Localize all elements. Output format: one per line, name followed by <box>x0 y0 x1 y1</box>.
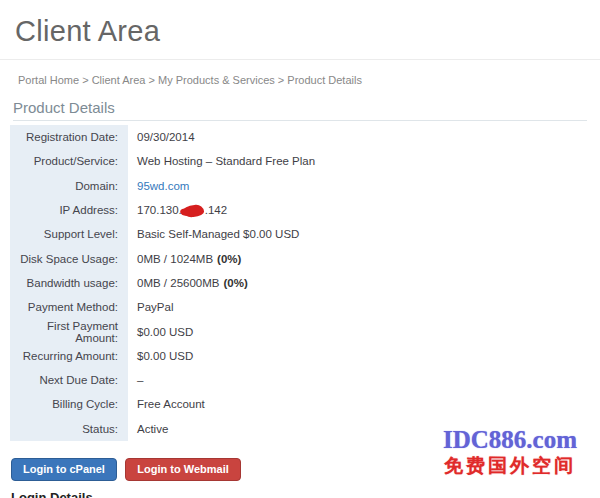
detail-label: Next Due Date: <box>10 368 128 392</box>
billing-cycle-value: Free Account <box>137 398 205 410</box>
detail-value: $0.00 USD <box>128 350 588 362</box>
login-to-webmail-button[interactable]: Login to Webmail <box>125 458 240 481</box>
support-level-value: Basic Self-Managed $0.00 USD <box>137 228 299 240</box>
detail-value: 0MB / 1024MB (0%) <box>128 253 588 265</box>
breadcrumb[interactable]: Portal Home > Client Area > My Products … <box>18 74 600 87</box>
product-details-table: Registration Date: 09/30/2014 Product/Se… <box>10 125 588 441</box>
detail-label: Product/Service: <box>10 149 128 173</box>
payment-method-value: PayPal <box>137 301 173 313</box>
table-row-next-due-date: Next Due Date: – <box>10 368 588 392</box>
table-row-domain: Domain: 95wd.com <box>10 174 588 198</box>
detail-value: Basic Self-Managed $0.00 USD <box>128 228 588 240</box>
detail-value: 95wd.com <box>128 180 588 192</box>
detail-label: First Payment Amount: <box>10 319 128 343</box>
ip-address-prefix: 170.130. <box>137 204 182 216</box>
first-payment-amount-value: $0.00 USD <box>137 326 193 338</box>
detail-value: PayPal <box>128 301 588 313</box>
detail-value: $0.00 USD <box>128 326 588 338</box>
table-row-support-level: Support Level: Basic Self-Managed $0.00 … <box>10 222 588 246</box>
disk-usage-value: 0MB / 1024MB <box>137 253 213 265</box>
product-service-value: Web Hosting – Standard Free Plan <box>137 155 315 167</box>
registration-date-value: 09/30/2014 <box>137 131 195 143</box>
status-value: Active <box>137 423 168 435</box>
table-row-payment-method: Payment Method: PayPal <box>10 295 588 319</box>
detail-value: 09/30/2014 <box>128 131 588 143</box>
ip-redaction-scribble <box>182 204 204 218</box>
detail-label: Billing Cycle: <box>10 392 128 416</box>
table-row-registration-date: Registration Date: 09/30/2014 <box>10 125 588 149</box>
table-row-billing-cycle: Billing Cycle: Free Account <box>10 392 588 416</box>
detail-label: Registration Date: <box>10 125 128 149</box>
recurring-amount-value: $0.00 USD <box>137 350 193 362</box>
detail-label: Bandwidth usage: <box>10 271 128 295</box>
header-divider <box>0 59 600 60</box>
detail-label: Domain: <box>10 174 128 198</box>
table-row-recurring-amount: Recurring Amount: $0.00 USD <box>10 344 588 368</box>
detail-label: IP Address: <box>10 198 128 222</box>
detail-label: Payment Method: <box>10 295 128 319</box>
detail-value: 0MB / 25600MB (0%) <box>128 277 588 289</box>
table-row-bandwidth-usage: Bandwidth usage: 0MB / 25600MB (0%) <box>10 271 588 295</box>
detail-label: Status: <box>10 417 128 441</box>
table-row-product-service: Product/Service: Web Hosting – Standard … <box>10 149 588 173</box>
bandwidth-usage-percent: (0%) <box>223 277 247 289</box>
detail-label: Disk Space Usage: <box>10 246 128 270</box>
disk-usage-percent: (0%) <box>217 253 241 265</box>
detail-label: Recurring Amount: <box>10 344 128 368</box>
action-button-bar: Login to cPanel Login to Webmail <box>11 458 600 481</box>
detail-value: 170.130..142 <box>128 204 588 216</box>
table-row-ip-address: IP Address: 170.130..142 <box>10 198 588 222</box>
detail-value: – <box>128 374 588 386</box>
table-row-disk-space-usage: Disk Space Usage: 0MB / 1024MB (0%) <box>10 246 588 270</box>
ip-address-suffix: .142 <box>205 204 227 216</box>
page-title: Client Area <box>15 14 600 48</box>
detail-value: Web Hosting – Standard Free Plan <box>128 155 588 167</box>
detail-label: Support Level: <box>10 222 128 246</box>
detail-value: Free Account <box>128 398 588 410</box>
bandwidth-usage-value: 0MB / 25600MB <box>137 277 219 289</box>
domain-link[interactable]: 95wd.com <box>137 180 189 192</box>
table-row-status: Status: Active <box>10 417 588 441</box>
detail-value: Active <box>128 423 588 435</box>
section-title-login-details: Login Details <box>11 490 600 498</box>
section-title-product-details: Product Details <box>13 100 587 121</box>
table-row-first-payment-amount: First Payment Amount: $0.00 USD <box>10 319 588 343</box>
next-due-date-value: – <box>137 374 143 386</box>
login-to-cpanel-button[interactable]: Login to cPanel <box>11 458 117 481</box>
